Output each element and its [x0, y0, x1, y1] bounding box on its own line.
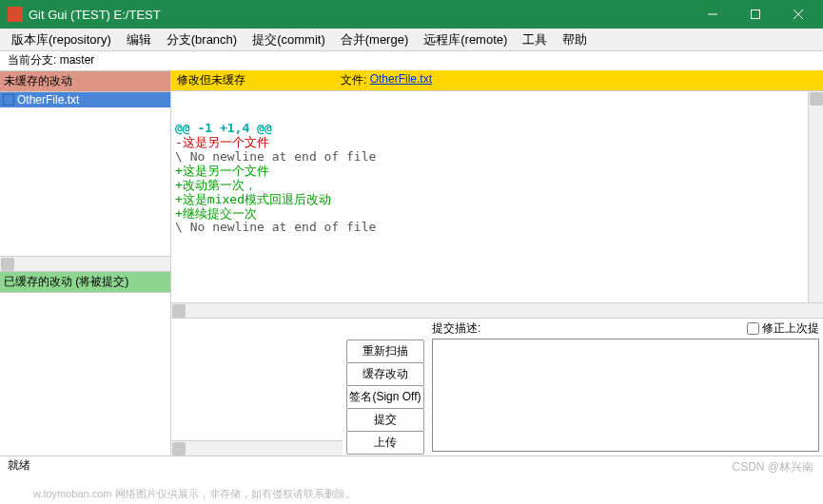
- diff-vscroll[interactable]: [808, 91, 823, 302]
- diff-line: -这是另一个文件: [175, 136, 819, 150]
- window-title: Git Gui (TEST) E:/TEST: [29, 8, 691, 22]
- staged-hscroll[interactable]: [171, 440, 343, 456]
- diff-line: @@ -1 +1,4 @@: [175, 122, 819, 136]
- menu-merge[interactable]: 合并(merge): [337, 29, 413, 50]
- unstaged-header: 未缓存的改动: [0, 70, 170, 92]
- app-icon: [8, 7, 23, 22]
- amend-checkbox-row[interactable]: 修正上次提: [747, 320, 819, 337]
- diff-status: 修改但未缓存: [177, 72, 245, 88]
- commit-message-box[interactable]: [432, 339, 819, 452]
- diff-file-link[interactable]: OtherFile.txt: [370, 72, 432, 88]
- commit-label: 提交描述:: [432, 320, 480, 337]
- maximize-button[interactable]: [734, 0, 776, 29]
- svg-rect-1: [751, 10, 759, 19]
- commit-button[interactable]: 提交: [346, 408, 424, 432]
- left-pane: 未缓存的改动 OtherFile.txt 已缓存的改动 (将被提交): [0, 70, 171, 456]
- menu-help[interactable]: 帮助: [558, 29, 591, 50]
- unstaged-hscroll[interactable]: [0, 256, 170, 271]
- menu-branch[interactable]: 分支(branch): [163, 29, 241, 50]
- file-name: OtherFile.txt: [17, 93, 79, 107]
- diff-line: +继续提交一次: [175, 207, 819, 222]
- diff-line: +改动第一次，: [175, 179, 819, 193]
- commit-buttons: 重新扫描 缓存改动 签名(Sign Off) 提交 上传: [343, 319, 428, 456]
- watermark-csdn: CSDN @林兴南: [732, 459, 813, 475]
- menu-repository[interactable]: 版本库(repository): [8, 29, 115, 50]
- current-branch: 当前分支: master: [0, 51, 823, 70]
- file-item[interactable]: OtherFile.txt: [0, 92, 170, 107]
- diff-line: +这是另一个文件: [175, 165, 819, 179]
- right-pane: 修改但未缓存 文件: OtherFile.txt @@ -1 +1,4 @@-这…: [171, 70, 823, 456]
- watermark-footer: w.toymoban.com 网络图片仅供展示，非存储，如有侵权请联系删除。: [33, 487, 356, 501]
- menu-tools[interactable]: 工具: [519, 29, 551, 50]
- title-bar: Git Gui (TEST) E:/TEST: [0, 0, 823, 29]
- menu-remote[interactable]: 远程库(remote): [420, 29, 511, 50]
- menu-bar: 版本库(repository) 编辑 分支(branch) 提交(commit)…: [0, 29, 823, 51]
- diff-line: \ No newline at end of file: [175, 150, 819, 165]
- stage-button[interactable]: 缓存改动: [346, 362, 424, 386]
- menu-edit[interactable]: 编辑: [123, 29, 155, 50]
- commit-area: 重新扫描 缓存改动 签名(Sign Off) 提交 上传 提交描述: 修正上次提: [171, 318, 823, 456]
- amend-label: 修正上次提: [762, 320, 819, 337]
- close-button[interactable]: [776, 0, 819, 29]
- rescan-button[interactable]: 重新扫描: [346, 339, 424, 363]
- diff-line: +这是mixed模式回退后改动: [175, 193, 819, 207]
- staged-file-list[interactable]: [0, 293, 170, 456]
- diff-file-label: 文件:: [341, 72, 366, 88]
- commit-right: 提交描述: 修正上次提: [428, 319, 823, 456]
- diff-view[interactable]: @@ -1 +1,4 @@-这是另一个文件\ No newline at end…: [171, 91, 823, 302]
- diff-hscroll[interactable]: [171, 302, 823, 318]
- menu-commit[interactable]: 提交(commit): [248, 29, 329, 50]
- diff-header: 修改但未缓存 文件: OtherFile.txt: [171, 70, 823, 91]
- file-icon: [3, 94, 14, 106]
- minimize-button[interactable]: [691, 0, 734, 29]
- staged-header: 已缓存的改动 (将被提交): [0, 271, 170, 293]
- signoff-button[interactable]: 签名(Sign Off): [346, 385, 424, 409]
- amend-checkbox[interactable]: [747, 322, 759, 335]
- commit-left-pad: [171, 319, 343, 456]
- diff-line: \ No newline at end of file: [175, 221, 819, 235]
- main-area: 未缓存的改动 OtherFile.txt 已缓存的改动 (将被提交) 修改但未缓…: [0, 70, 823, 456]
- status-text: 就绪: [8, 457, 30, 474]
- push-button[interactable]: 上传: [346, 431, 424, 455]
- status-bar: 就绪: [0, 456, 823, 475]
- unstaged-file-list[interactable]: OtherFile.txt: [0, 92, 170, 256]
